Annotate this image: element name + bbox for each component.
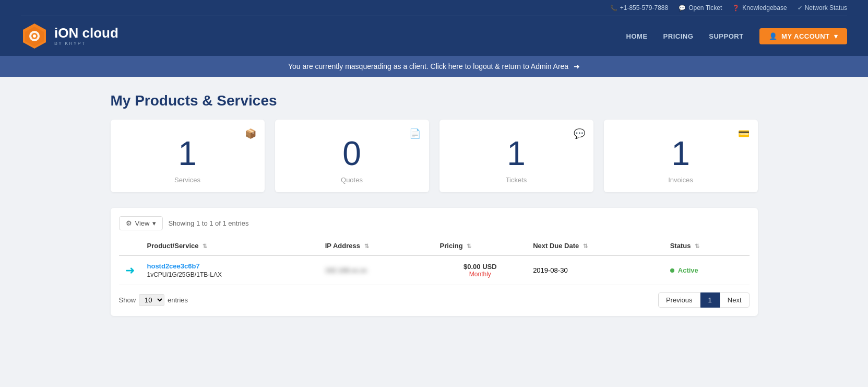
site-header: 📞 +1-855-579-7888 💬 Open Ticket ❓ Knowle… (0, 0, 868, 56)
open-ticket-link[interactable]: 💬 Open Ticket (679, 4, 722, 11)
due-date-cell: 2019-08-30 (527, 255, 664, 285)
sort-icon-ip: ⇅ (364, 243, 369, 249)
col-pricing[interactable]: Pricing ⇅ (434, 237, 527, 255)
status-cell: Active (664, 255, 750, 285)
main-nav: HOME PRICING SUPPORT 👤 MY ACCOUNT ▾ (626, 28, 847, 44)
my-account-button[interactable]: 👤 MY ACCOUNT ▾ (759, 28, 847, 44)
pricing-cell: $0.00 USD Monthly (434, 255, 527, 285)
table-row: ➜ hostd2cee3c6b7 1vCPU/1G/25GB/1TB-LAX 1… (119, 255, 750, 285)
invoices-count: 1 (614, 135, 747, 172)
col-arrow (119, 237, 141, 255)
tickets-stat-icon: 💬 (574, 128, 585, 139)
nav-pricing[interactable]: PRICING (663, 32, 694, 40)
nav-support[interactable]: SUPPORT (709, 32, 743, 40)
table-header-row: Product/Service ⇅ IP Address ⇅ Pricing ⇅… (119, 237, 750, 255)
invoices-label: Invoices (614, 176, 747, 184)
ticket-icon: 💬 (679, 5, 686, 11)
phone-link[interactable]: 📞 +1-855-579-7888 (610, 4, 668, 11)
nav-home[interactable]: HOME (626, 32, 648, 40)
service-name-link[interactable]: hostd2cee3c6b7 (147, 262, 313, 270)
knowledgebase-link[interactable]: ❓ Knowledgebase (732, 4, 787, 11)
stat-card-tickets[interactable]: 💬 1 Tickets (439, 120, 593, 192)
dropdown-arrow-icon: ▾ (834, 32, 838, 40)
price-cycle: Monthly (440, 271, 521, 278)
masquerade-banner[interactable]: You are currently masquerading as a clie… (0, 56, 868, 77)
entries-select[interactable]: 10 25 50 (139, 294, 164, 306)
sort-icon-product: ⇅ (203, 243, 207, 249)
page-1-button[interactable]: 1 (700, 292, 720, 308)
kb-icon: ❓ (732, 5, 740, 11)
next-page-button[interactable]: Next (720, 292, 750, 308)
quotes-label: Quotes (286, 176, 419, 184)
services-stat-icon: 📦 (245, 128, 256, 139)
price-amount: $0.00 USD (440, 263, 521, 271)
table-footer: Show 10 25 50 entries Previous 1 Next (119, 292, 750, 308)
due-date-value: 2019-08-30 (533, 266, 568, 274)
main-content: My Products & Services 📦 1 Services 📄 0 … (100, 77, 768, 332)
stat-card-quotes[interactable]: 📄 0 Quotes (275, 120, 429, 192)
tickets-label: Tickets (450, 176, 583, 184)
view-button[interactable]: ⚙ View ▾ (119, 216, 163, 230)
user-icon: 👤 (769, 32, 778, 40)
sort-icon-status: ⇅ (695, 243, 699, 249)
logo-icon (21, 22, 48, 50)
sort-icon-due-date: ⇅ (583, 243, 588, 249)
ip-address-cell: 192.168.xx.xx (319, 255, 434, 285)
filter-icon: ⚙ (126, 219, 132, 227)
prev-page-button[interactable]: Previous (658, 292, 700, 308)
show-entries-control: Show 10 25 50 entries (119, 294, 188, 306)
service-spec: 1vCPU/1G/25GB/1TB-LAX (147, 271, 313, 278)
quotes-count: 0 (286, 135, 419, 172)
sort-icon-pricing: ⇅ (467, 243, 471, 249)
logo-area[interactable]: iON cloud BY KRYPT (21, 22, 118, 50)
header-top-bar: 📞 +1-855-579-7888 💬 Open Ticket ❓ Knowle… (21, 0, 847, 16)
header-main-bar: iON cloud BY KRYPT HOME PRICING SUPPORT … (21, 16, 847, 56)
network-status-link[interactable]: ✔ Network Status (798, 4, 847, 11)
tickets-count: 1 (450, 135, 583, 172)
svg-point-4 (33, 34, 36, 38)
checkmark-icon: ✔ (798, 5, 802, 11)
stat-card-services[interactable]: 📦 1 Services (111, 120, 265, 192)
pagination: Previous 1 Next (658, 292, 750, 308)
service-name-cell: hostd2cee3c6b7 1vCPU/1G/25GB/1TB-LAX (141, 255, 319, 285)
stats-cards: 📦 1 Services 📄 0 Quotes 💬 1 Tickets 💳 1 … (111, 120, 758, 192)
col-product-service[interactable]: Product/Service ⇅ (141, 237, 319, 255)
services-label: Services (121, 176, 254, 184)
status-value: Active (670, 266, 698, 274)
col-due-date[interactable]: Next Due Date ⇅ (527, 237, 664, 255)
ip-address-value: 192.168.xx.xx (325, 266, 367, 274)
page-title: My Products & Services (111, 92, 758, 109)
logo-text: iON cloud BY KRYPT (54, 26, 118, 46)
col-status[interactable]: Status ⇅ (664, 237, 750, 255)
dropdown-icon: ▾ (152, 219, 156, 227)
row-arrow-cell: ➜ (119, 255, 141, 285)
invoices-stat-icon: 💳 (738, 128, 750, 139)
services-table-section: ⚙ View ▾ Showing 1 to 1 of 1 entries Pro… (111, 208, 758, 316)
showing-text: Showing 1 to 1 of 1 entries (168, 219, 248, 227)
table-controls: ⚙ View ▾ Showing 1 to 1 of 1 entries (119, 216, 750, 230)
services-count: 1 (121, 135, 254, 172)
status-dot-icon (670, 268, 674, 273)
phone-icon: 📞 (610, 5, 617, 11)
row-arrow-icon: ➜ (125, 264, 135, 277)
quotes-stat-icon: 📄 (409, 128, 421, 139)
stat-card-invoices[interactable]: 💳 1 Invoices (604, 120, 758, 192)
col-ip-address[interactable]: IP Address ⇅ (319, 237, 434, 255)
services-table: Product/Service ⇅ IP Address ⇅ Pricing ⇅… (119, 237, 750, 285)
